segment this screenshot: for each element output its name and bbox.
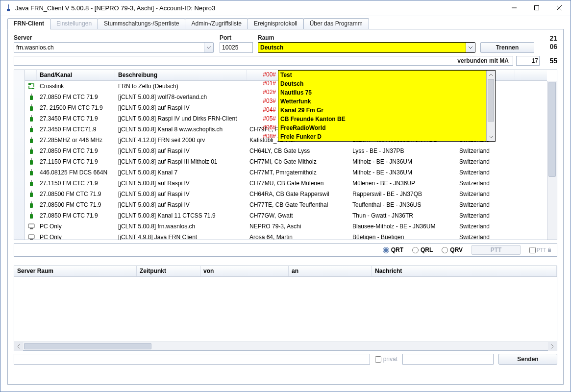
cell-desc: [jCLNT 5.00.8] frn.wasnlos.ch	[115, 221, 247, 231]
counter-rooms: 21	[549, 34, 557, 43]
table-row[interactable]: 27.1150 FM CTC 71.9[jCLNT 5.00.8] auf Ra…	[25, 156, 547, 167]
cell-band: 27.1150 FM CTC 71.9	[37, 178, 115, 188]
dropdown-scrollbar[interactable]	[486, 71, 495, 141]
hscroll-thumb[interactable]	[24, 343, 151, 349]
raum-option[interactable]: Wetterfunk	[278, 97, 495, 106]
status-bar: verbunden mit MA	[14, 56, 513, 66]
index-overlay: #00##01##02##03##04##05##06##08#	[257, 70, 278, 141]
scroll-up-icon[interactable]	[487, 71, 495, 79]
msgcol-serverraum[interactable]: Server Raum	[14, 266, 137, 276]
cell-loc: Lyss - BE - JN37PB	[349, 146, 456, 156]
ptt-lock-checkbox[interactable]	[529, 247, 536, 253]
svg-rect-34	[30, 239, 33, 240]
counter-online: 06	[549, 43, 557, 51]
qrv-radio[interactable]: QRV	[442, 246, 463, 253]
table-scroll-thumb[interactable]	[548, 82, 556, 177]
cell-desc: [jCLNT 5.00.8] auf Raspi III Mitholz 01	[115, 157, 247, 167]
hscroll-left-icon[interactable]	[14, 342, 23, 351]
table-row[interactable]: 27.1150 FM CTC 71.9[jCLNT 5.00.8] auf Ra…	[25, 178, 547, 189]
raum-option[interactable]: CB Freunde Kanton BE	[278, 115, 495, 123]
tab-ereignisprotokoll[interactable]: Ereignisprotokoll	[248, 18, 304, 29]
tab-stummschaltungs-sperrliste[interactable]: Stummschaltungs-/Sperrliste	[98, 18, 185, 29]
index-label: #00#	[257, 70, 278, 79]
msgcol-an[interactable]: an	[289, 266, 372, 276]
client-table: Band/Kanal Beschreibung CrosslinkFRN to …	[14, 70, 557, 240]
message-hscrollbar[interactable]	[14, 342, 557, 350]
scroll-down-icon[interactable]	[487, 132, 495, 141]
raum-drop-icon[interactable]	[466, 43, 475, 52]
table-row[interactable]: PC Only[jCLNT 4.9.8] Java FRN ClientAros…	[25, 232, 547, 240]
tab-admin-zugriffsliste[interactable]: Admin-/Zugriffsliste	[185, 18, 248, 29]
pc-icon	[25, 232, 37, 240]
table-row[interactable]: PC Only[jCLNT 5.00.8] frn.wasnlos.chNEPR…	[25, 221, 547, 232]
table-row[interactable]: 27.0850 FM CTC 71.9[jCLNT 5.00.8] auf Ra…	[25, 146, 547, 156]
port-input[interactable]	[220, 42, 253, 53]
raum-option[interactable]: Deutsch	[278, 79, 495, 88]
cell-band: 27.1150 FM CTC 71.9	[37, 157, 115, 167]
server-drop-icon[interactable]	[204, 43, 213, 52]
msgcol-zeitpunkt[interactable]: Zeitpunkt	[137, 266, 200, 276]
server-input[interactable]	[14, 43, 204, 52]
minimize-button[interactable]	[503, 0, 525, 15]
radio-icon	[25, 92, 37, 102]
raum-option[interactable]: FreeRadioWorld	[278, 123, 495, 132]
svg-rect-27	[30, 203, 33, 208]
qrt-radio[interactable]: QRT	[383, 246, 403, 253]
tab--ber-das-programm[interactable]: Über das Programm	[303, 18, 369, 29]
tab-bar: FRN-ClientEinstellungenStummschaltungs-/…	[0, 16, 571, 29]
raum-input[interactable]	[258, 43, 466, 52]
svg-rect-21	[30, 171, 33, 175]
table-row[interactable]: 27.08500 FM CTC 71.9[jCLNT 5.00.8] auf R…	[25, 189, 547, 199]
table-row[interactable]: 27.08500 FM CTC 71.9[jCLNT 5.00.8] auf R…	[25, 199, 547, 210]
cell-loc: Mitholz - BE - JN36UM	[349, 157, 456, 167]
raum-dropdown-list[interactable]: TestDeutschNautilus 75WetterfunkKanal 29…	[278, 70, 496, 142]
raum-option[interactable]: Test	[278, 71, 495, 79]
maximize-button[interactable]	[525, 0, 548, 15]
msgcol-von[interactable]: von	[200, 266, 289, 276]
server-combo[interactable]	[14, 42, 214, 53]
col-band[interactable]: Band/Kanal	[37, 70, 115, 80]
ptt-lock[interactable]: PTT	[529, 247, 552, 253]
raum-option[interactable]: Kanal 29 Fm Gr	[278, 106, 495, 115]
close-button[interactable]	[548, 0, 571, 15]
table-scrollbar[interactable]	[547, 81, 557, 240]
qrl-radio[interactable]: QRL	[412, 246, 433, 253]
privat-checkbox[interactable]: privat	[375, 356, 397, 363]
compose-bar: privat Senden	[14, 354, 557, 365]
tab-einstellungen[interactable]: Einstellungen	[50, 18, 98, 29]
crosslink-icon	[25, 81, 37, 92]
svg-rect-19	[30, 160, 33, 165]
msgcol-nachricht[interactable]: Nachricht	[372, 266, 557, 276]
raum-option[interactable]: Nautilus 75	[278, 88, 495, 97]
raum-combo[interactable]	[258, 42, 475, 53]
table-row[interactable]: 446.08125 FM DCS 664N[jCLNT 5.00.8] Kana…	[25, 167, 547, 178]
cell-name: CH64RA, CB Gate Rapperswil	[247, 189, 349, 199]
cell-loc: Teuffenthal - BE - JN36US	[349, 200, 456, 210]
radio-icon	[25, 189, 37, 199]
cell-desc: FRN to Zello (Deutsch)	[115, 81, 247, 91]
cell-name: CH77TE, CB Gate Teuffenthal	[247, 200, 349, 210]
cell-desc: [jCLNT 4.12.0] FRN seit 2000 qrv	[115, 135, 247, 145]
hscroll-right-icon[interactable]	[548, 342, 557, 351]
table-row[interactable]: 27.0850 FM CTC 71.9[jCLNT 5.00.8] Kanal …	[25, 210, 547, 221]
col-desc[interactable]: Beschreibung	[115, 70, 247, 80]
cell-name: CH77MI, Cb Gate Mitholz	[247, 157, 349, 167]
recipient-box[interactable]	[402, 354, 494, 365]
scroll-thumb[interactable]	[488, 79, 494, 122]
connect-button[interactable]: Trennen	[480, 42, 534, 53]
tab-panel-frn-client: Server Port Raum Trennen 21 06 verbunden…	[7, 29, 564, 385]
cell-band: 27.08500 FM CTC 71.9	[37, 189, 115, 199]
svg-point-2	[8, 4, 9, 5]
tab-frn-client[interactable]: FRN-Client	[7, 18, 50, 29]
field-labels: Server Port Raum	[14, 34, 557, 41]
message-input[interactable]	[14, 354, 370, 365]
corner-counters: 21 06	[549, 34, 557, 51]
ptt-button[interactable]: PTT	[472, 245, 521, 255]
raum-option[interactable]: Freie Funker D	[278, 132, 495, 141]
cell-band: 27.0850 FM CTC 71.9	[37, 92, 115, 102]
send-button[interactable]: Senden	[498, 354, 557, 365]
cell-ctry: Switzerland	[456, 189, 515, 199]
cell-ctry: Switzerland	[456, 146, 515, 156]
radio-icon	[25, 146, 37, 156]
col-icon[interactable]	[25, 70, 37, 80]
